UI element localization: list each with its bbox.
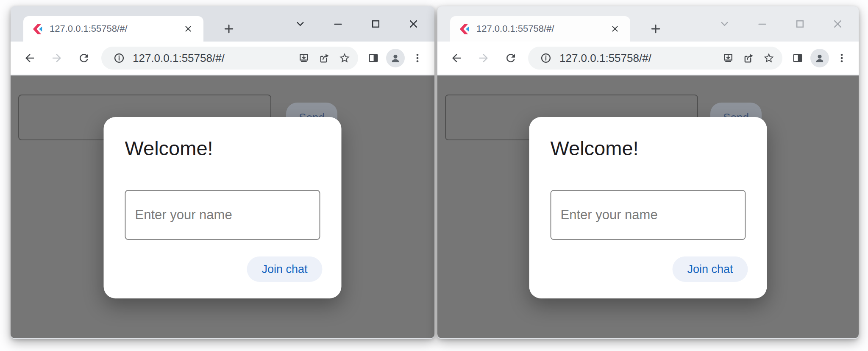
browser-window-left: 127.0.0.1:55758/#/ bbox=[11, 6, 434, 339]
browser-toolbar: 127.0.0.1:55758/#/ bbox=[437, 42, 859, 75]
tab-strip: 127.0.0.1:55758/#/ bbox=[437, 6, 859, 42]
window-controls bbox=[719, 6, 843, 42]
join-chat-button[interactable]: Join chat bbox=[672, 256, 748, 282]
url-text: 127.0.0.1:55758/#/ bbox=[559, 52, 718, 65]
forward-icon[interactable] bbox=[471, 46, 496, 70]
window-close-icon[interactable] bbox=[832, 18, 843, 30]
reload-icon[interactable] bbox=[498, 46, 523, 70]
browser-toolbar: 127.0.0.1:55758/#/ bbox=[11, 42, 434, 75]
new-tab-icon[interactable] bbox=[219, 19, 239, 39]
site-info-icon[interactable] bbox=[537, 49, 555, 67]
install-app-icon[interactable] bbox=[294, 48, 314, 68]
page-content-modal-barrier[interactable]: Send Welcome! Join chat bbox=[11, 75, 434, 338]
side-panel-icon[interactable] bbox=[787, 48, 808, 68]
address-bar[interactable]: 127.0.0.1:55758/#/ bbox=[101, 47, 358, 70]
browser-tab[interactable]: 127.0.0.1:55758/#/ bbox=[23, 16, 203, 42]
install-app-icon[interactable] bbox=[718, 48, 738, 68]
url-text: 127.0.0.1:55758/#/ bbox=[133, 52, 294, 65]
minimize-icon[interactable] bbox=[757, 18, 768, 30]
name-input[interactable] bbox=[551, 190, 746, 240]
welcome-dialog: Welcome! Join chat bbox=[529, 117, 767, 298]
profile-avatar-icon[interactable] bbox=[386, 49, 405, 67]
side-panel-icon[interactable] bbox=[363, 48, 384, 68]
kebab-menu-icon[interactable] bbox=[407, 48, 428, 68]
tab-close-icon[interactable] bbox=[607, 21, 623, 36]
page-content-modal-barrier[interactable]: Send Welcome! Join chat bbox=[437, 75, 859, 338]
minimize-icon[interactable] bbox=[332, 18, 344, 30]
tab-strip: 127.0.0.1:55758/#/ bbox=[11, 6, 434, 42]
tab-search-chevron-icon[interactable] bbox=[719, 18, 730, 30]
reload-icon[interactable] bbox=[72, 46, 96, 70]
new-tab-icon[interactable] bbox=[646, 19, 665, 39]
share-icon[interactable] bbox=[314, 48, 334, 68]
share-icon[interactable] bbox=[738, 48, 759, 68]
maximize-icon[interactable] bbox=[794, 18, 806, 30]
browser-window-right: 127.0.0.1:55758/#/ bbox=[437, 6, 859, 339]
flutter-favicon-icon bbox=[32, 23, 43, 35]
bookmark-star-icon[interactable] bbox=[759, 48, 779, 68]
welcome-dialog: Welcome! Join chat bbox=[104, 117, 342, 298]
window-controls bbox=[295, 6, 419, 42]
tab-close-icon[interactable] bbox=[181, 21, 196, 36]
back-icon[interactable] bbox=[17, 46, 42, 70]
profile-avatar-icon[interactable] bbox=[810, 49, 829, 67]
address-bar[interactable]: 127.0.0.1:55758/#/ bbox=[528, 47, 782, 70]
join-chat-button[interactable]: Join chat bbox=[247, 256, 322, 282]
maximize-icon[interactable] bbox=[370, 18, 381, 30]
forward-icon[interactable] bbox=[45, 46, 69, 70]
flutter-favicon-icon bbox=[459, 23, 470, 35]
dialog-title: Welcome! bbox=[125, 136, 213, 160]
tab-search-chevron-icon[interactable] bbox=[295, 18, 306, 30]
browser-tab[interactable]: 127.0.0.1:55758/#/ bbox=[450, 16, 630, 42]
dialog-title: Welcome! bbox=[551, 136, 639, 160]
bookmark-star-icon[interactable] bbox=[334, 48, 355, 68]
site-info-icon[interactable] bbox=[110, 49, 128, 67]
tab-title: 127.0.0.1:55758/#/ bbox=[50, 23, 181, 34]
tab-title: 127.0.0.1:55758/#/ bbox=[476, 23, 607, 34]
window-close-icon[interactable] bbox=[408, 18, 419, 30]
back-icon[interactable] bbox=[444, 46, 469, 70]
kebab-menu-icon[interactable] bbox=[832, 48, 852, 68]
name-input[interactable] bbox=[125, 190, 320, 240]
